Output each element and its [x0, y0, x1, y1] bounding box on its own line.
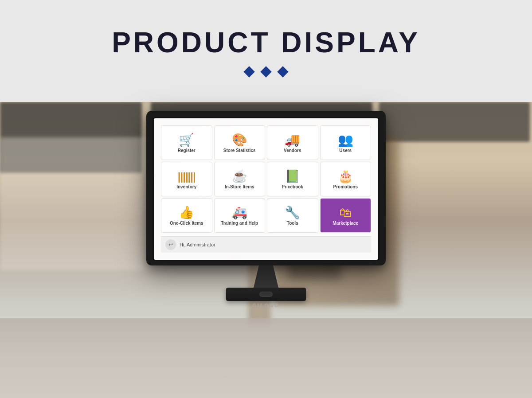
inventory-icon: |||||||: [178, 170, 196, 183]
bg-chalkboard-right2: [379, 102, 530, 142]
one-click-items-icon: 👍: [179, 207, 194, 219]
monitor-screen: 🛒Register🎨Store Statistics🚚Vendors👥Users…: [154, 118, 378, 260]
pricebook-label: Pricebook: [282, 184, 303, 190]
logout-button[interactable]: ↩: [165, 239, 176, 250]
instore-items-icon: ☕: [232, 170, 247, 183]
monitor-neck: [248, 265, 284, 288]
menu-item-promotions[interactable]: 🎂Promotions: [320, 162, 372, 196]
marketplace-label: Marketplace: [332, 221, 358, 226]
instore-items-label: In-Store Items: [225, 184, 254, 190]
tools-label: Tools: [287, 221, 298, 226]
menu-item-store-statistics[interactable]: 🎨Store Statistics: [214, 125, 266, 160]
one-click-items-label: One-Click Items: [170, 221, 203, 226]
inventory-label: Inventory: [176, 184, 196, 190]
promotions-label: Promotions: [333, 184, 358, 190]
pos-bottom-bar: ↩ Hi, Administrator: [161, 236, 371, 253]
users-icon: 👥: [338, 134, 353, 146]
pos-interface: 🛒Register🎨Store Statistics🚚Vendors👥Users…: [154, 118, 378, 260]
menu-item-register[interactable]: 🛒Register: [161, 125, 212, 160]
register-icon: 🛒: [179, 134, 194, 146]
training-help-label: Training and Help: [221, 221, 258, 226]
users-label: Users: [339, 148, 352, 153]
menu-item-vendors[interactable]: 🚚Vendors: [267, 125, 318, 160]
monitor-outer: 🛒Register🎨Store Statistics🚚Vendors👥Users…: [146, 111, 386, 265]
store-statistics-icon: 🎨: [232, 134, 247, 146]
page-title: PRODUCT DISPLAY: [112, 26, 420, 59]
monitor-bezel: 🛒Register🎨Store Statistics🚚Vendors👥Users…: [153, 117, 379, 261]
bg-counter: [0, 318, 532, 398]
store-statistics-label: Store Statistics: [223, 148, 256, 153]
promotions-icon: 🎂: [338, 170, 353, 183]
diamond-1: [243, 66, 254, 77]
menu-item-tools[interactable]: 🔧Tools: [267, 198, 318, 233]
training-help-icon: 🚑: [232, 207, 247, 219]
menu-item-marketplace[interactable]: 🛍Marketplace: [320, 198, 372, 233]
header: PRODUCT DISPLAY: [0, 0, 532, 102]
vendors-label: Vendors: [284, 148, 301, 153]
pricebook-icon: 📗: [285, 170, 300, 183]
monitor-base: [226, 288, 306, 301]
menu-item-one-click-items[interactable]: 👍One-Click Items: [161, 198, 212, 233]
tools-icon: 🔧: [285, 207, 300, 219]
menu-grid: 🛒Register🎨Store Statistics🚚Vendors👥Users…: [161, 125, 371, 233]
base-emblem: [259, 292, 273, 297]
menu-item-inventory[interactable]: |||||||Inventory: [161, 162, 212, 196]
menu-item-training-help[interactable]: 🚑Training and Help: [214, 198, 266, 233]
monitor-brand: GILONG: [146, 303, 386, 308]
menu-item-instore-items[interactable]: ☕In-Store Items: [214, 162, 266, 196]
diamond-2: [260, 66, 271, 77]
greeting-text: Hi, Administrator: [180, 242, 215, 247]
vendors-icon: 🚚: [285, 134, 300, 146]
diamond-3: [277, 66, 288, 77]
decorative-diamonds: [245, 68, 287, 76]
menu-item-users[interactable]: 👥Users: [320, 125, 372, 160]
menu-item-pricebook[interactable]: 📗Pricebook: [267, 162, 318, 196]
marketplace-icon: 🛍: [339, 207, 352, 219]
register-label: Register: [178, 148, 196, 153]
monitor: 🛒Register🎨Store Statistics🚚Vendors👥Users…: [146, 111, 386, 308]
